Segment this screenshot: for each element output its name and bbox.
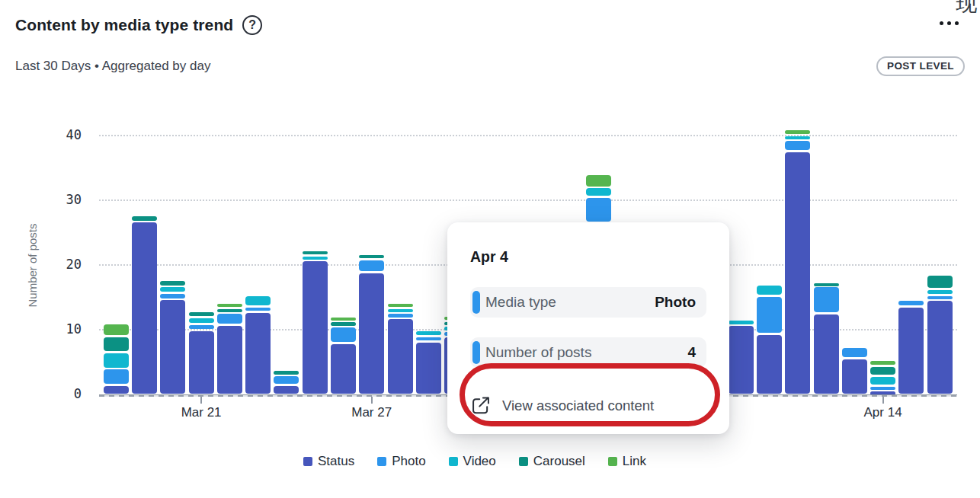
tooltip-row-media-type: Media type Photo bbox=[470, 287, 706, 318]
bar-segment-photo[interactable] bbox=[160, 294, 185, 298]
legend-item-link[interactable]: Link bbox=[608, 454, 646, 469]
bar-segment-carousel[interactable] bbox=[132, 216, 157, 221]
bar-segment-video[interactable] bbox=[586, 188, 611, 196]
ellipsis-icon bbox=[947, 21, 951, 25]
bar-segment-photo[interactable] bbox=[927, 296, 953, 300]
legend-label: Photo bbox=[392, 454, 425, 469]
bar-segment-photo[interactable] bbox=[189, 325, 214, 330]
tooltip-row-value: Photo bbox=[655, 294, 696, 311]
bar-segment-status[interactable] bbox=[416, 343, 441, 394]
link-swatch-icon bbox=[608, 457, 617, 466]
bar-segment-photo[interactable] bbox=[274, 376, 299, 384]
bar-segment-video[interactable] bbox=[870, 377, 895, 385]
bar-segment-video[interactable] bbox=[104, 353, 129, 367]
bar-segment-carousel[interactable] bbox=[303, 251, 328, 255]
bar-segment-status[interactable] bbox=[842, 359, 867, 394]
bar-segment-carousel[interactable] bbox=[274, 371, 299, 375]
bar-segment-status[interactable] bbox=[898, 308, 924, 394]
bar-segment-photo[interactable] bbox=[245, 308, 271, 311]
bar-segment-photo[interactable] bbox=[757, 297, 782, 333]
bar-segment-status[interactable] bbox=[785, 152, 810, 394]
bar-segment-status[interactable] bbox=[303, 261, 328, 393]
bar-segment-link[interactable] bbox=[785, 130, 810, 134]
y-gridline bbox=[99, 135, 957, 136]
bar-segment-carousel[interactable] bbox=[359, 255, 384, 259]
y-gridline bbox=[99, 200, 957, 201]
bar-segment-carousel[interactable] bbox=[927, 276, 953, 288]
bar-segment-status[interactable] bbox=[274, 386, 299, 394]
bar-segment-video[interactable] bbox=[416, 331, 441, 335]
bar-segment-photo[interactable] bbox=[104, 369, 129, 383]
legend-item-video[interactable]: Video bbox=[449, 454, 496, 469]
bar-segment-photo[interactable] bbox=[388, 314, 413, 318]
bar-segment-status[interactable] bbox=[245, 313, 271, 394]
y-axis-tick-label: 0 bbox=[34, 386, 82, 401]
bar-segment-video[interactable] bbox=[245, 296, 271, 306]
chart-tooltip: Apr 4 Media type Photo Number of posts 4… bbox=[447, 222, 729, 434]
clipped-overlay-glyph: 现 bbox=[956, 0, 977, 18]
bar-segment-status[interactable] bbox=[359, 273, 384, 394]
bar-segment-photo[interactable] bbox=[842, 348, 867, 358]
legend-item-carousel[interactable]: Carousel bbox=[519, 454, 585, 469]
bar-segment-status[interactable] bbox=[729, 326, 754, 393]
bar-segment-video[interactable] bbox=[927, 290, 953, 294]
bar-segment-status[interactable] bbox=[160, 300, 185, 393]
bar-segment-video[interactable] bbox=[388, 309, 413, 313]
bar-segment-status[interactable] bbox=[132, 222, 157, 393]
bar-segment-photo[interactable] bbox=[586, 198, 611, 222]
bar-segment-status[interactable] bbox=[757, 335, 782, 394]
bar-segment-photo[interactable] bbox=[870, 387, 895, 391]
bar-segment-carousel[interactable] bbox=[217, 309, 242, 313]
bar-segment-link[interactable] bbox=[217, 304, 242, 308]
bar-segment-video[interactable] bbox=[160, 287, 185, 292]
legend-label: Status bbox=[318, 454, 354, 469]
more-options-button[interactable] bbox=[940, 21, 959, 25]
bar-segment-video[interactable] bbox=[785, 136, 810, 140]
tooltip-date-title: Apr 4 bbox=[470, 248, 706, 265]
bar-segment-photo[interactable] bbox=[331, 327, 356, 342]
x-axis-tick-label: Apr 14 bbox=[849, 405, 918, 420]
bar-segment-status[interactable] bbox=[104, 386, 129, 394]
bar-segment-video[interactable] bbox=[189, 318, 214, 323]
bar-segment-carousel[interactable] bbox=[104, 337, 129, 351]
bar-segment-status[interactable] bbox=[814, 314, 839, 393]
bar-segment-photo[interactable] bbox=[416, 337, 441, 341]
bar-segment-link[interactable] bbox=[388, 304, 413, 308]
bar-segment-video[interactable] bbox=[303, 257, 328, 260]
legend-item-photo[interactable]: Photo bbox=[377, 454, 425, 469]
bar-segment-video[interactable] bbox=[757, 286, 782, 295]
ellipsis-icon bbox=[940, 21, 943, 25]
bar-segment-status[interactable] bbox=[927, 301, 953, 393]
bar-segment-status[interactable] bbox=[331, 344, 356, 393]
bar-segment-link[interactable] bbox=[870, 361, 895, 366]
bar-segment-status[interactable] bbox=[189, 331, 214, 393]
video-swatch-icon bbox=[449, 457, 458, 466]
bar-segment-photo[interactable] bbox=[359, 260, 384, 271]
status-swatch-icon bbox=[303, 457, 312, 466]
legend-label: Carousel bbox=[533, 454, 585, 469]
bar-segment-carousel[interactable] bbox=[814, 283, 839, 287]
photo-series-pill bbox=[472, 291, 480, 314]
bar-segment-photo[interactable] bbox=[217, 314, 242, 324]
bar-segment-status[interactable] bbox=[217, 326, 242, 394]
view-associated-content-label: View associated content bbox=[502, 397, 654, 414]
bar-segment-link[interactable] bbox=[104, 324, 129, 335]
bar-segment-link[interactable] bbox=[331, 318, 356, 321]
bar-segment-carousel[interactable] bbox=[331, 322, 356, 326]
card-header: Content by media type trend ? bbox=[15, 15, 262, 35]
bar-segment-link[interactable] bbox=[586, 175, 611, 186]
bar-segment-carousel[interactable] bbox=[870, 367, 895, 375]
bar-segment-status[interactable] bbox=[388, 319, 413, 394]
chart-legend: StatusPhotoVideoCarouselLink bbox=[0, 454, 950, 469]
bar-segment-photo[interactable] bbox=[814, 287, 839, 312]
legend-item-status[interactable]: Status bbox=[303, 454, 354, 469]
bar-segment-photo[interactable] bbox=[785, 141, 810, 151]
view-associated-content-button[interactable]: View associated content bbox=[470, 388, 706, 424]
help-icon[interactable]: ? bbox=[242, 15, 262, 35]
bar-segment-photo[interactable] bbox=[898, 301, 924, 305]
tooltip-row-label: Media type bbox=[485, 294, 655, 311]
bar-segment-video[interactable] bbox=[729, 321, 754, 324]
y-axis-tick-label: 40 bbox=[34, 127, 82, 142]
bar-segment-carousel[interactable] bbox=[189, 312, 214, 317]
bar-segment-carousel[interactable] bbox=[160, 281, 185, 286]
